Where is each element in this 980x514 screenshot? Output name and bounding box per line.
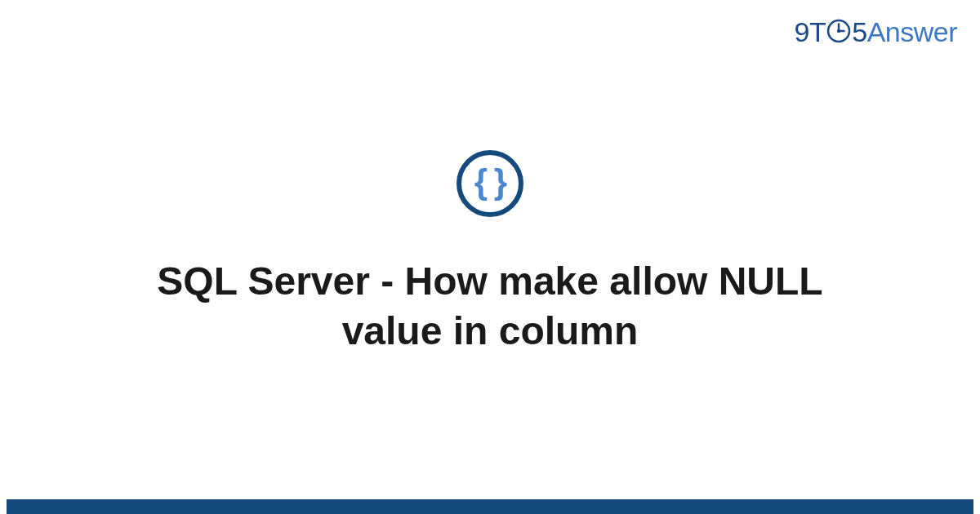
page-title: SQL Server - How make allow NULL value i… bbox=[122, 256, 858, 357]
code-icon-glyph: { } bbox=[474, 165, 506, 199]
footer-accent-bar bbox=[7, 499, 973, 514]
page-icon-wrapper: { } bbox=[457, 150, 523, 217]
main-content: { } SQL Server - How make allow NULL val… bbox=[0, 0, 980, 514]
code-braces-icon: { } bbox=[457, 150, 523, 217]
